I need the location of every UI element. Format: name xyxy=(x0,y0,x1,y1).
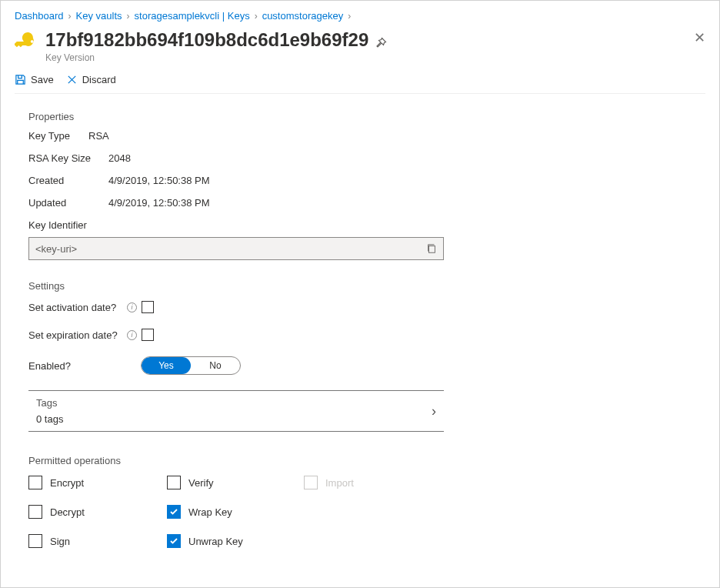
svg-rect-0 xyxy=(429,246,435,253)
chevron-right-icon: › xyxy=(255,11,258,22)
key-size-value: 2048 xyxy=(108,152,131,164)
key-type-label: Key Type xyxy=(28,130,75,142)
created-value: 4/9/2019, 12:50:38 PM xyxy=(108,175,210,186)
operations-heading: Permitted operations xyxy=(28,455,705,466)
chevron-right-icon: › xyxy=(68,11,72,22)
key-type-value: RSA xyxy=(88,130,109,142)
encrypt-label: Encrypt xyxy=(50,477,84,489)
decrypt-checkbox[interactable] xyxy=(28,505,42,519)
toolbar: Save Discard xyxy=(15,74,705,94)
breadcrumb-keyvaults[interactable]: Key vaults xyxy=(76,10,122,22)
breadcrumb-dashboard[interactable]: Dashboard xyxy=(15,10,64,22)
verify-label: Verify xyxy=(188,477,214,489)
key-icon xyxy=(15,32,36,54)
import-checkbox xyxy=(304,476,318,489)
info-icon[interactable]: i xyxy=(127,302,137,312)
pin-icon[interactable] xyxy=(375,37,387,49)
enabled-no[interactable]: No xyxy=(191,357,240,374)
created-label: Created xyxy=(28,175,95,186)
discard-button[interactable]: Discard xyxy=(66,74,116,85)
enabled-label: Enabled? xyxy=(28,360,136,372)
import-label: Import xyxy=(325,477,354,489)
save-label: Save xyxy=(31,74,54,85)
properties-heading: Properties xyxy=(28,111,705,122)
info-icon[interactable]: i xyxy=(127,330,137,340)
key-identifier-field[interactable]: <key-uri> xyxy=(28,237,444,260)
key-identifier-label: Key Identifier xyxy=(28,219,705,231)
discard-label: Discard xyxy=(82,74,116,85)
breadcrumb-keyname[interactable]: customstoragekey xyxy=(262,10,344,22)
unwrap-checkbox[interactable] xyxy=(167,534,181,548)
wrap-label: Wrap Key xyxy=(188,506,232,518)
breadcrumb-vault-keys[interactable]: storagesamplekvcli | Keys xyxy=(135,10,250,22)
tags-row[interactable]: Tags 0 tags › xyxy=(28,390,444,432)
breadcrumb: Dashboard › Key vaults › storagesamplekv… xyxy=(15,10,705,22)
decrypt-label: Decrypt xyxy=(50,506,85,518)
chevron-right-icon: › xyxy=(127,11,130,22)
save-icon xyxy=(15,74,26,85)
discard-icon xyxy=(66,74,78,85)
activation-date-label: Set activation date? xyxy=(28,302,122,313)
save-button[interactable]: Save xyxy=(15,74,54,85)
chevron-right-icon: › xyxy=(432,403,436,419)
encrypt-checkbox[interactable] xyxy=(28,476,42,489)
tags-label: Tags xyxy=(36,397,63,409)
key-size-label: RSA Key Size xyxy=(28,152,95,164)
unwrap-label: Unwrap Key xyxy=(188,536,243,547)
updated-value: 4/9/2019, 12:50:38 PM xyxy=(108,197,210,209)
enabled-toggle[interactable]: Yes No xyxy=(141,356,241,375)
close-icon[interactable]: ✕ xyxy=(694,29,705,46)
page-title: 17bf9182bb694f109b8dc6d1e9b69f29 xyxy=(45,29,368,51)
tags-count: 0 tags xyxy=(36,413,63,425)
updated-label: Updated xyxy=(28,197,95,209)
chevron-right-icon: › xyxy=(348,11,351,22)
sign-checkbox[interactable] xyxy=(28,534,42,548)
sign-label: Sign xyxy=(50,536,70,547)
copy-icon[interactable] xyxy=(426,243,437,254)
settings-heading: Settings xyxy=(28,280,705,292)
enabled-yes[interactable]: Yes xyxy=(142,357,191,374)
expiration-date-checkbox[interactable] xyxy=(142,329,154,341)
verify-checkbox[interactable] xyxy=(167,476,181,489)
wrap-checkbox[interactable] xyxy=(167,505,181,519)
activation-date-checkbox[interactable] xyxy=(142,301,154,313)
page-subtitle: Key Version xyxy=(45,52,387,63)
expiration-date-label: Set expiration date? xyxy=(28,329,122,341)
key-identifier-value: <key-uri> xyxy=(35,243,77,255)
